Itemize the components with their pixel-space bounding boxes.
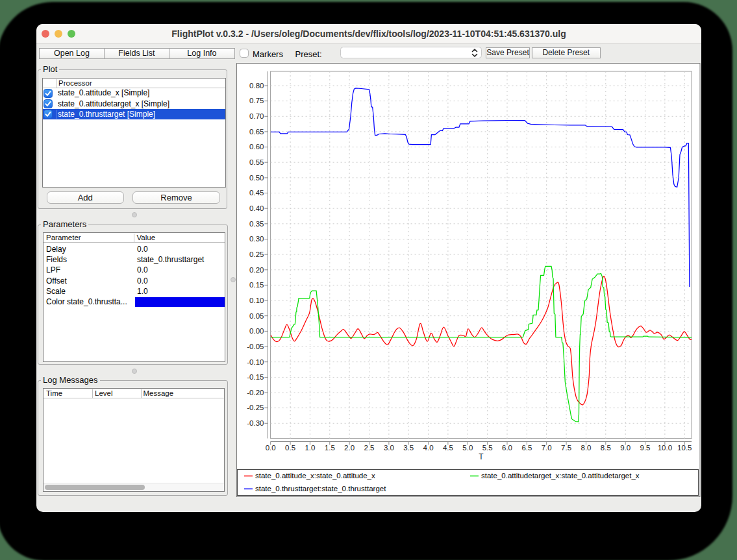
svg-text:7.5: 7.5 — [561, 444, 571, 452]
svg-text:8.5: 8.5 — [601, 444, 611, 452]
svg-text:6.0: 6.0 — [502, 444, 512, 452]
svg-text:0.0: 0.0 — [266, 444, 276, 452]
svg-text:state_0.attitudetarget_x:state: state_0.attitudetarget_x:state_0.attitud… — [481, 472, 640, 480]
svg-text:9.0: 9.0 — [620, 444, 631, 452]
svg-text:2.0: 2.0 — [344, 444, 355, 452]
svg-text:9.5: 9.5 — [640, 444, 651, 452]
svg-text:0.25: 0.25 — [249, 250, 264, 258]
svg-text:0.30: 0.30 — [249, 235, 264, 243]
svg-text:0.20: 0.20 — [249, 266, 264, 274]
svg-text:4.5: 4.5 — [443, 444, 453, 452]
svg-text:0.15: 0.15 — [249, 281, 264, 289]
svg-text:0.10: 0.10 — [249, 297, 264, 304]
svg-text:0.45: 0.45 — [249, 189, 264, 197]
svg-text:2.5: 2.5 — [364, 444, 375, 452]
svg-text:10.5: 10.5 — [677, 444, 692, 452]
svg-text:state_0.thrusttarget:state_0.t: state_0.thrusttarget:state_0.thrusttarge… — [255, 485, 386, 493]
svg-text:0.5: 0.5 — [285, 444, 295, 452]
svg-text:-0.30: -0.30 — [247, 419, 264, 427]
svg-text:3.0: 3.0 — [384, 444, 394, 452]
svg-text:6.5: 6.5 — [521, 444, 532, 452]
svg-text:0.35: 0.35 — [249, 220, 264, 228]
svg-text:7.0: 7.0 — [542, 444, 552, 452]
svg-text:8.0: 8.0 — [581, 444, 592, 452]
svg-text:0.75: 0.75 — [249, 97, 264, 104]
svg-text:0.65: 0.65 — [249, 128, 264, 136]
svg-text:0.50: 0.50 — [249, 174, 264, 182]
svg-text:T: T — [479, 452, 484, 461]
svg-text:0.05: 0.05 — [249, 312, 264, 320]
svg-text:0.60: 0.60 — [249, 143, 264, 151]
svg-text:0.40: 0.40 — [249, 204, 264, 212]
svg-text:5.0: 5.0 — [462, 444, 473, 452]
svg-text:0.80: 0.80 — [249, 82, 264, 90]
svg-text:-0.25: -0.25 — [247, 404, 264, 411]
svg-text:0.70: 0.70 — [249, 112, 264, 120]
svg-text:state_0.attitude_x:state_0.att: state_0.attitude_x:state_0.attitude_x — [255, 472, 375, 480]
svg-text:4.0: 4.0 — [423, 444, 434, 452]
svg-text:1.5: 1.5 — [325, 444, 335, 452]
svg-text:3.5: 3.5 — [403, 444, 414, 452]
svg-text:-0.20: -0.20 — [247, 389, 264, 396]
svg-text:5.5: 5.5 — [482, 444, 493, 452]
svg-text:10.0: 10.0 — [658, 444, 672, 452]
svg-text:1.0: 1.0 — [305, 444, 315, 452]
svg-text:0.00: 0.00 — [249, 327, 264, 335]
svg-text:-0.10: -0.10 — [247, 358, 264, 366]
svg-text:0.55: 0.55 — [249, 158, 264, 166]
svg-text:-0.15: -0.15 — [247, 373, 264, 381]
svg-text:-0.05: -0.05 — [247, 343, 264, 350]
